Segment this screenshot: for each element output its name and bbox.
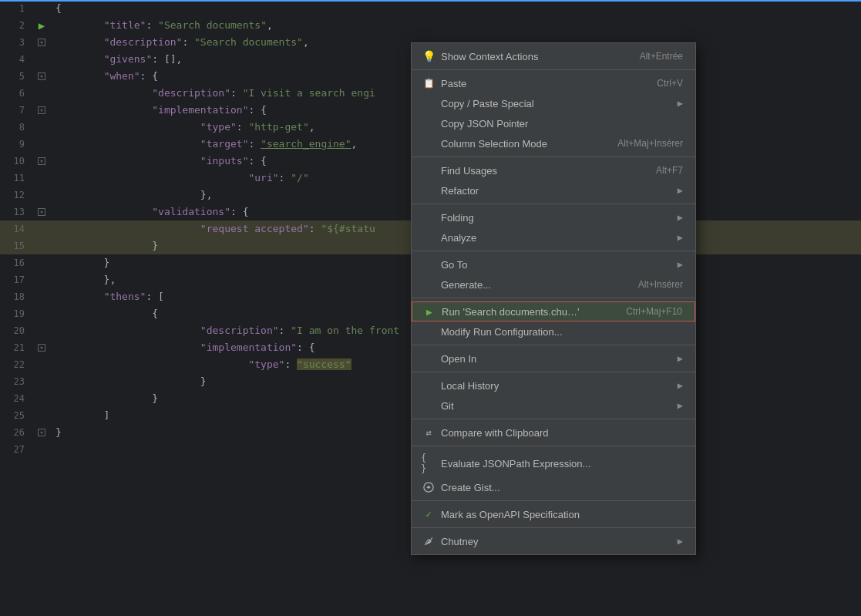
gutter bbox=[31, 305, 52, 322]
code-token: } bbox=[55, 240, 158, 251]
gutter bbox=[31, 136, 52, 153]
menu-item-arrow: ▶ bbox=[678, 536, 683, 547]
menu-item-copy-json-pointer[interactable]: Copy JSON Pointer bbox=[412, 113, 695, 133]
fold-marker[interactable]: ▾ bbox=[38, 429, 45, 436]
menu-item-shortcut: Alt+Insérer bbox=[638, 279, 683, 290]
menu-item-go-to[interactable]: Go To▶ bbox=[412, 254, 695, 274]
code-token: "/" bbox=[291, 172, 308, 183]
code-token: "I am on the front bbox=[291, 325, 399, 336]
menu-item-create-gist[interactable]: Create Gist... bbox=[412, 477, 695, 497]
code-token: "implementation" bbox=[200, 342, 297, 353]
menu-item-shortcut: Alt+Entrée bbox=[640, 51, 683, 62]
menu-separator bbox=[412, 298, 695, 298]
line-number: 17 bbox=[0, 271, 31, 288]
menu-item-arrow: ▶ bbox=[678, 259, 683, 270]
menu-item-label: Go To bbox=[441, 259, 671, 271]
menu-item-evaluate-jsonpath[interactable]: { }Evaluate JSONPath Expression... bbox=[412, 449, 695, 477]
code-token: [] bbox=[164, 53, 177, 65]
code-token bbox=[55, 325, 200, 336]
line-number: 8 bbox=[0, 119, 31, 136]
fold-marker[interactable]: ▾ bbox=[38, 39, 45, 46]
menu-item-label: Folding bbox=[441, 212, 671, 224]
code-token: "success" bbox=[297, 358, 351, 370]
code-token: "implementation" bbox=[152, 104, 248, 116]
menu-separator bbox=[412, 500, 695, 501]
menu-item-show-context-actions[interactable]: 💡Show Context ActionsAlt+Entrée bbox=[412, 46, 695, 66]
menu-item-copy-paste-special[interactable]: Copy / Paste Special▶ bbox=[412, 93, 695, 113]
menu-item-open-in[interactable]: Open In▶ bbox=[412, 348, 695, 369]
menu-item-column-selection-mode[interactable]: Column Selection ModeAlt+Maj+Insérer bbox=[412, 133, 695, 153]
menu-item-analyze[interactable]: Analyze▶ bbox=[412, 227, 695, 247]
code-content: "title": "Search documents", bbox=[52, 17, 861, 34]
menu-separator bbox=[412, 419, 695, 419]
menu-item-run-search-docs[interactable]: ▶Run 'Search documents.chu…'Ctrl+Maj+F10 bbox=[412, 301, 695, 321]
gutter bbox=[31, 119, 52, 136]
fold-marker[interactable]: ▾ bbox=[38, 344, 45, 352]
fold-marker[interactable]: ▾ bbox=[38, 208, 45, 216]
menu-item-refactor[interactable]: Refactor▶ bbox=[412, 180, 695, 200]
menu-item-label: Run 'Search documents.chu…' bbox=[442, 306, 610, 318]
code-token bbox=[55, 121, 200, 133]
menu-item-label: Generate... bbox=[441, 279, 623, 291]
menu-item-arrow: ▶ bbox=[678, 98, 683, 109]
line-number: 5 bbox=[0, 68, 31, 85]
line-number: 9 bbox=[0, 136, 31, 153]
line-number: 6 bbox=[0, 85, 31, 102]
code-token: "inputs" bbox=[200, 155, 249, 167]
gutter bbox=[31, 187, 52, 204]
menu-item-chutney[interactable]: 🌶Chutney▶ bbox=[412, 531, 695, 551]
code-token: "validations" bbox=[152, 206, 230, 217]
code-token: : bbox=[309, 223, 321, 234]
fold-marker[interactable]: ▾ bbox=[38, 72, 45, 80]
menu-separator bbox=[412, 345, 695, 345]
menu-item-shortcut: Alt+Maj+Insérer bbox=[617, 138, 683, 149]
fold-marker[interactable]: ▾ bbox=[38, 157, 45, 165]
menu-item-label: Modify Run Configuration... bbox=[441, 326, 683, 338]
gutter bbox=[31, 407, 52, 424]
gutter bbox=[31, 51, 52, 68]
code-token bbox=[55, 87, 152, 99]
code-token: , bbox=[177, 53, 183, 65]
gutter bbox=[31, 390, 52, 407]
code-token: : bbox=[279, 172, 291, 183]
menu-item-label: Analyze bbox=[441, 232, 671, 244]
chutney-icon: 🌶 bbox=[421, 536, 436, 547]
menu-item-label: Local History bbox=[441, 380, 671, 392]
menu-item-label: Chutney bbox=[441, 536, 671, 547]
menu-item-local-history[interactable]: Local History▶ bbox=[412, 375, 695, 396]
code-line: 2▶ "title": "Search documents", bbox=[0, 17, 861, 34]
openapi-icon: ✓ bbox=[421, 509, 436, 520]
gutter bbox=[31, 441, 52, 458]
menu-item-paste[interactable]: 📋PasteCtrl+V bbox=[412, 73, 695, 93]
code-token bbox=[55, 53, 104, 65]
line-number: 19 bbox=[0, 305, 31, 322]
gutter: ▶ bbox=[31, 17, 52, 34]
code-token: : bbox=[284, 358, 297, 370]
code-token: "type" bbox=[248, 358, 284, 370]
code-token bbox=[55, 155, 200, 167]
code-token: } bbox=[55, 426, 62, 438]
line-number: 21 bbox=[0, 339, 31, 356]
code-token bbox=[55, 172, 248, 183]
gutter: ▾ bbox=[31, 339, 52, 356]
gutter: ▾ bbox=[31, 424, 52, 441]
fold-marker[interactable]: ▾ bbox=[38, 106, 45, 114]
menu-item-label: Evaluate JSONPath Expression... bbox=[441, 458, 683, 470]
menu-item-compare-clipboard[interactable]: ⇄Compare with Clipboard bbox=[412, 422, 695, 443]
gutter bbox=[31, 373, 52, 390]
menu-item-mark-openapi[interactable]: ✓Mark as OpenAPI Specification bbox=[412, 504, 695, 524]
menu-item-arrow: ▶ bbox=[678, 232, 683, 243]
menu-item-generate[interactable]: Generate...Alt+Insérer bbox=[412, 274, 695, 295]
menu-item-find-usages[interactable]: Find UsagesAlt+F7 bbox=[412, 160, 695, 180]
code-token: }, bbox=[55, 274, 116, 285]
code-token: } bbox=[55, 392, 158, 404]
code-token: } bbox=[55, 375, 207, 387]
bulb-icon: 💡 bbox=[421, 50, 436, 62]
menu-item-folding[interactable]: Folding▶ bbox=[412, 207, 695, 227]
menu-item-git[interactable]: Git▶ bbox=[412, 396, 695, 416]
menu-separator bbox=[412, 69, 695, 70]
menu-item-shortcut: Ctrl+V bbox=[657, 78, 683, 89]
code-token: "request accepted" bbox=[200, 223, 309, 234]
context-menu: 💡Show Context ActionsAlt+Entrée📋PasteCtr… bbox=[411, 42, 696, 555]
menu-item-modify-run-config[interactable]: Modify Run Configuration... bbox=[412, 321, 695, 342]
